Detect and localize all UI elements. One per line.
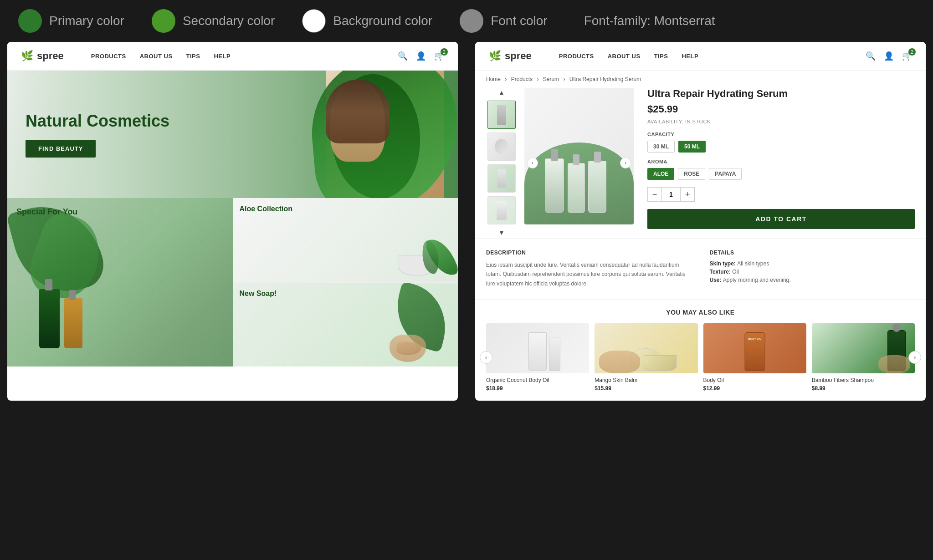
background-color-item: Background color [302,9,432,33]
thumb-2[interactable] [487,132,516,161]
recommendations-heading: YOU MAY ALSO LIKE [486,309,915,316]
rec-product-2-name: Mango Skin Balm [595,377,697,383]
right-nav-links: PRODUCTS ABOUT US TIPS HELP [559,53,866,60]
product-image-prev[interactable]: ‹ [527,158,538,168]
thumb-4-img [488,197,515,224]
breadcrumb-sep-1: › [505,76,507,82]
rec-product-1[interactable]: Organic Coconut Body Oil $18.99 [486,323,589,392]
details-heading: DETAILS [710,249,915,256]
capacity-30ml[interactable]: 30 ML [647,141,675,153]
description-heading: DESCRIPTION [486,249,692,256]
quantity-increase-button[interactable]: + [680,187,695,202]
img-dropper-1 [551,149,558,161]
font-color-swatch [460,9,483,33]
right-nav-tips[interactable]: TIPS [654,53,668,60]
left-logo-icon: 🌿 [21,50,33,62]
mango-hand [599,351,640,373]
breadcrumb-products[interactable]: Products [511,76,533,82]
detail-use: Use: Apply morning and evening. [710,277,915,283]
right-cart-badge: 2 [908,48,916,56]
right-nav-about[interactable]: ABOUT US [608,53,641,60]
right-search-icon[interactable]: 🔍 [866,51,876,61]
bottle-dropper [45,279,52,290]
aroma-papaya[interactable]: PAPAYA [709,168,742,180]
img-bottle-2 [568,163,585,213]
left-nav-products[interactable]: PRODUCTS [91,53,126,60]
body-oil-label: BODY OIL [745,337,764,340]
left-soap-card[interactable]: New Soap! [233,282,458,367]
thumb-1[interactable] [487,101,516,129]
aroma-label: AROMA [647,159,915,164]
rec-product-4[interactable]: Bamboo Fibers Shampoo $8.99 [812,323,915,392]
background-color-label: Background color [333,14,432,28]
rec-product-1-price: $18.99 [486,385,589,392]
rec-product-1-image [486,323,589,373]
main-product-image [524,88,634,224]
left-find-beauty-button[interactable]: FIND BEAUTY [26,140,96,158]
left-nav-help[interactable]: HELP [214,53,231,60]
breadcrumb-serum[interactable]: Serum [543,76,559,82]
right-nav-icons: 🔍 👤 🛒 2 [866,51,912,61]
left-nav-tips[interactable]: TIPS [186,53,200,60]
secondary-color-label: Secondary color [183,14,275,28]
img-bottle-1 [545,158,564,213]
breadcrumb-current: Ultra Repair Hydrating Serum [569,76,641,82]
primary-color-label: Primary color [49,14,124,28]
thumb-4[interactable] [487,196,516,224]
breadcrumb-home[interactable]: Home [486,76,501,82]
detail-texture-value: Oil [732,269,739,275]
left-aloe-card[interactable]: Aloe Collection [233,198,458,282]
special-for-you-title: Special For You [16,207,77,217]
left-user-icon[interactable]: 👤 [416,51,426,61]
mango-balm-jar-body [644,355,677,371]
hero-hair [326,80,390,143]
thumb-nav-up[interactable]: ▲ [495,88,508,97]
rec-product-3-price: $12.99 [703,385,806,392]
aroma-rose[interactable]: ROSE [678,168,705,180]
description-column: DESCRIPTION Eius ipsam suscipit unde lur… [486,249,692,288]
left-hero-title: Natural Cosmetics [26,111,169,131]
left-navbar: 🌿 spree PRODUCTS ABOUT US TIPS HELP 🔍 👤 … [7,42,458,71]
right-nav-products[interactable]: PRODUCTS [559,53,594,60]
add-to-cart-button[interactable]: ADD TO CART [647,209,915,229]
right-cart-icon[interactable]: 🛒 2 [902,51,912,61]
quantity-row: − 1 + [647,187,915,202]
left-hero: Natural Cosmetics FIND BEAUTY [7,71,458,198]
thumb-3[interactable] [487,164,516,193]
primary-color-swatch [18,9,42,33]
rec-product-2[interactable]: Mango Skin Balm $15.99 [595,323,697,392]
rec-product-3[interactable]: BODY OIL Body Oil $12.99 [703,323,806,392]
secondary-color-swatch [152,9,175,33]
right-user-icon[interactable]: 👤 [884,51,894,61]
detail-texture: Texture: Oil [710,269,915,275]
main-image-container: ‹ › [524,88,634,238]
product-image-next[interactable]: › [620,158,631,168]
capacity-label: CAPACITY [647,132,915,137]
quantity-value: 1 [662,187,680,202]
product-price: $25.99 [647,103,915,115]
aroma-options: ALOE ROSE PAPAYA [647,168,915,180]
thumb-jar-mini [495,139,508,155]
quantity-decrease-button[interactable]: − [647,187,662,202]
coconut-bottle [528,332,547,371]
rec-product-4-price: $8.99 [812,385,915,392]
body-oil-bottle: BODY OIL [744,332,765,371]
detail-skin-value: All skin types [737,260,769,267]
detail-skin-label: Skin type: [710,260,738,267]
aloe-title: Aloe Collection [240,205,292,213]
capacity-50ml[interactable]: 50 ML [678,141,706,153]
left-cart-icon[interactable]: 🛒 2 [434,51,444,61]
rec-nav-right[interactable]: › [908,351,921,364]
left-special-card[interactable]: Special For You [7,198,233,367]
aroma-aloe[interactable]: ALOE [647,168,674,180]
font-color-item: Font color [460,9,548,33]
right-logo[interactable]: 🌿 spree [489,50,532,62]
left-logo[interactable]: 🌿 spree [21,50,64,62]
thumb-nav-down[interactable]: ▼ [495,228,508,237]
left-search-icon[interactable]: 🔍 [398,51,408,61]
left-nav-about[interactable]: ABOUT US [140,53,173,60]
right-logo-text: spree [505,50,532,62]
coconut-bottle-2 [549,337,560,371]
right-nav-help[interactable]: HELP [682,53,698,60]
rec-nav-left[interactable]: ‹ [480,351,492,364]
